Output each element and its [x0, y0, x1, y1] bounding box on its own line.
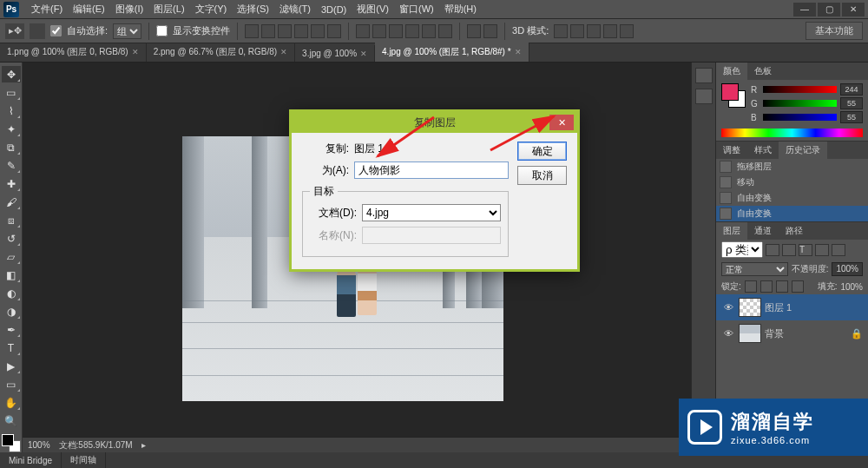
align-hcenter-icon[interactable] — [311, 24, 325, 38]
dialog-close-button[interactable]: ✕ — [549, 115, 574, 130]
crop-tool-icon[interactable]: ⧉ — [2, 139, 21, 155]
distribute-4-icon[interactable] — [405, 24, 419, 38]
tab-mini-bridge[interactable]: Mini Bridge — [0, 452, 62, 468]
document-tab[interactable]: 4.jpg @ 100% (图层 1, RGB/8#) *✕ — [375, 43, 529, 62]
g-value[interactable]: 55 — [840, 97, 863, 109]
lock-all-icon[interactable] — [792, 280, 804, 293]
close-icon[interactable]: ✕ — [132, 48, 139, 56]
fill-value[interactable]: 100% — [840, 282, 863, 292]
menu-help[interactable]: 帮助(H) — [439, 3, 482, 16]
chevron-right-icon[interactable]: ▸ — [141, 440, 146, 450]
window-minimize[interactable]: — — [793, 3, 816, 16]
gradient-tool-icon[interactable]: ◧ — [2, 267, 21, 283]
zoom-tool-icon[interactable]: 🔍 — [2, 412, 21, 429]
lasso-tool-icon[interactable]: ⌇ — [2, 102, 21, 119]
align-vcenter-icon[interactable] — [261, 24, 275, 38]
opacity-value[interactable]: 100% — [832, 262, 863, 276]
document-tab[interactable]: 1.png @ 100% (图层 0, RGB/8)✕ — [0, 43, 147, 62]
lock-pixels-icon[interactable] — [760, 280, 773, 293]
menu-type[interactable]: 文字(Y) — [190, 3, 233, 16]
menu-layer[interactable]: 图层(L) — [148, 3, 189, 16]
pen-tool-icon[interactable]: ✒ — [2, 321, 21, 338]
close-icon[interactable]: ✕ — [360, 49, 367, 58]
document-tab[interactable]: 3.jpg @ 100%✕ — [295, 45, 375, 62]
color-swatches[interactable] — [2, 434, 21, 452]
panel-color-swatch[interactable] — [721, 83, 746, 108]
path-select-tool-icon[interactable]: ▶ — [2, 358, 21, 374]
filter-type-icon[interactable]: T — [799, 244, 812, 256]
close-icon[interactable]: ✕ — [515, 48, 522, 56]
tab-timeline[interactable]: 时间轴 — [62, 452, 106, 468]
brush-tool-icon[interactable]: 🖌 — [2, 194, 21, 210]
mode3d-2-icon[interactable] — [570, 24, 584, 38]
shape-tool-icon[interactable]: ▭ — [2, 376, 21, 392]
move-tool-indicator-icon[interactable]: ▸✥ — [5, 23, 24, 39]
window-close[interactable]: ✕ — [842, 3, 865, 16]
layer-filter-kind[interactable]: ρ 类型 — [721, 241, 763, 258]
blur-tool-icon[interactable]: ◐ — [2, 285, 21, 301]
history-item[interactable]: 移动 — [716, 175, 868, 190]
lock-position-icon[interactable] — [776, 280, 788, 293]
blend-mode-dropdown[interactable]: 正常 — [721, 262, 788, 276]
mode3d-4-icon[interactable] — [603, 24, 617, 38]
layer-row[interactable]: 👁 背景 🔒 — [716, 320, 868, 346]
mode3d-3-icon[interactable] — [587, 24, 601, 38]
eyedropper-tool-icon[interactable]: ✎ — [2, 157, 21, 174]
type-tool-icon[interactable]: T — [2, 339, 21, 356]
healing-tool-icon[interactable]: ✚ — [2, 175, 21, 192]
as-name-input[interactable] — [354, 161, 509, 179]
tab-paths[interactable]: 路径 — [779, 222, 810, 240]
tab-channels[interactable]: 通道 — [747, 222, 779, 240]
show-transform-checkbox[interactable] — [156, 25, 168, 36]
workspace-switcher[interactable]: 基本功能 — [806, 22, 863, 40]
tab-swatches[interactable]: 色板 — [747, 63, 779, 80]
filter-shape-icon[interactable] — [815, 244, 829, 256]
dock-icon[interactable] — [695, 68, 713, 83]
ok-button[interactable]: 确定 — [517, 142, 567, 161]
align-right-icon[interactable] — [327, 24, 341, 38]
visibility-eye-icon[interactable]: 👁 — [721, 302, 735, 313]
b-slider[interactable] — [763, 114, 837, 121]
foreground-color-swatch[interactable] — [2, 434, 14, 446]
tab-history[interactable]: 历史记录 — [779, 142, 827, 159]
filter-smart-icon[interactable] — [832, 244, 845, 256]
cancel-button[interactable]: 取消 — [517, 166, 567, 185]
filter-adjust-icon[interactable] — [782, 244, 796, 256]
arrange-1-icon[interactable] — [467, 24, 481, 38]
layer-name[interactable]: 背景 — [765, 327, 784, 340]
mode3d-1-icon[interactable] — [554, 24, 568, 38]
dodge-tool-icon[interactable]: ◑ — [2, 303, 21, 320]
align-left-icon[interactable] — [294, 24, 308, 38]
magic-wand-tool-icon[interactable]: ✦ — [2, 121, 21, 137]
menu-image[interactable]: 图像(I) — [110, 3, 148, 16]
dialog-titlebar[interactable]: 复制图层 ✕ — [292, 112, 577, 133]
document-dropdown[interactable]: 4.jpg — [362, 204, 501, 221]
close-icon[interactable]: ✕ — [280, 48, 287, 56]
layer-row[interactable]: 👁 图层 1 — [716, 294, 868, 320]
arrange-2-icon[interactable] — [483, 24, 497, 38]
r-slider[interactable] — [763, 86, 837, 93]
menu-view[interactable]: 视图(V) — [352, 3, 394, 16]
tool-preset-icon[interactable] — [30, 23, 45, 39]
eraser-tool-icon[interactable]: ▱ — [2, 248, 21, 265]
history-brush-tool-icon[interactable]: ↺ — [2, 230, 21, 247]
menu-edit[interactable]: 编辑(E) — [68, 3, 110, 16]
lock-transparency-icon[interactable] — [745, 280, 757, 293]
layer-name[interactable]: 图层 1 — [765, 301, 792, 314]
tab-color[interactable]: 颜色 — [716, 63, 747, 80]
tab-layers[interactable]: 图层 — [716, 222, 747, 240]
marquee-tool-icon[interactable]: ▭ — [2, 84, 21, 101]
menu-3d[interactable]: 3D(D) — [316, 4, 352, 15]
document-tab[interactable]: 2.png @ 66.7% (图层 0, RGB/8)✕ — [147, 43, 295, 62]
layer-thumbnail[interactable] — [739, 298, 761, 317]
history-item[interactable]: 拖移图层 — [716, 159, 868, 175]
color-spectrum[interactable] — [721, 129, 863, 137]
distribute-3-icon[interactable] — [389, 24, 403, 38]
menu-select[interactable]: 选择(S) — [232, 3, 274, 16]
tab-adjustments[interactable]: 调整 — [716, 142, 747, 159]
zoom-level[interactable]: 100% — [28, 440, 50, 450]
dock-icon[interactable] — [695, 89, 713, 104]
g-slider[interactable] — [763, 100, 837, 107]
menu-file[interactable]: 文件(F) — [26, 3, 68, 16]
visibility-eye-icon[interactable]: 👁 — [721, 328, 735, 339]
